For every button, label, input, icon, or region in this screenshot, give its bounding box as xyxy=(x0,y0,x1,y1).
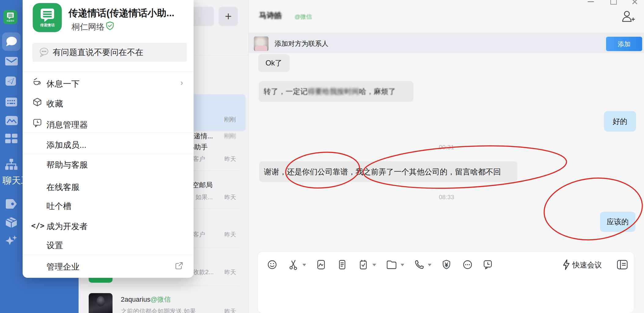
message-bubble-in: 谢谢，还是你们公司靠谱，我之前弄了一个其他公司的，留言啥都不回 xyxy=(259,161,517,182)
sidebar-item-keyboard[interactable] xyxy=(6,98,17,106)
chat-preview: 收款2... xyxy=(193,268,214,276)
chat-time: 昨天 xyxy=(224,231,236,239)
external-link-icon xyxy=(175,262,183,270)
keyboard-icon xyxy=(6,98,17,106)
sidebar-item-spark[interactable] xyxy=(6,235,17,246)
menu-label: 添加成员... xyxy=(46,140,87,151)
call-icon[interactable] xyxy=(414,259,424,270)
menu-label: 消息管理器 xyxy=(46,119,88,130)
menu-item-feedback[interactable]: 吐个槽 xyxy=(23,199,194,212)
verified-shield-icon xyxy=(106,21,114,30)
menu-item-settings[interactable]: 设置 xyxy=(23,238,194,251)
menu-label: 成为开发者 xyxy=(46,221,88,232)
chat-preview: 客户 xyxy=(193,230,205,239)
popup-app-avatar: 传递情话 xyxy=(33,3,62,32)
chat-time: 刚刚 xyxy=(224,116,236,124)
plus-icon: + xyxy=(225,10,231,23)
menu-item-developer[interactable]: </> 成为开发者 xyxy=(23,219,194,232)
message-text: 好的 xyxy=(613,117,627,126)
menu-item-favorites[interactable]: 收藏 xyxy=(23,96,194,110)
folder-icon[interactable] xyxy=(386,259,396,270)
sidebar-item-chats[interactable] xyxy=(2,32,20,51)
message-text: 转了，一定记 xyxy=(264,87,308,96)
org-chart-icon xyxy=(5,159,17,170)
menu-item-rest[interactable]: 休息一下 › xyxy=(23,76,194,90)
package-icon xyxy=(5,217,17,228)
file-icon[interactable] xyxy=(337,259,347,270)
chat-preview: 客户 xyxy=(193,155,205,163)
app-logo[interactable]: 传递情话 xyxy=(3,10,17,24)
add-contact-icon[interactable] xyxy=(620,10,635,23)
message-bubble-out: 应该的 xyxy=(600,212,635,232)
menu-item-help[interactable]: 帮助与客服 xyxy=(23,157,194,171)
message-bubble-in-censored: 转了，一定记得要给我按时间哈，麻烦了 xyxy=(259,81,413,102)
conversation-title: 马诗皓 xyxy=(259,10,282,20)
avatar xyxy=(89,293,113,313)
menu-item-add-member[interactable]: 添加成员... xyxy=(23,137,194,151)
call-dropdown-caret[interactable] xyxy=(428,264,431,266)
wechat-badge: @微信 xyxy=(294,13,312,21)
list-item[interactable]: 2aquarius@微信 之前的信都会如期发送,如果 昨天 xyxy=(79,286,248,313)
close-button[interactable]: ✕ xyxy=(631,0,638,7)
menu-item-msg-manager[interactable]: 消息管理器 xyxy=(23,117,194,131)
screenshot-dropdown-caret[interactable] xyxy=(302,264,306,266)
menu-item-online-service[interactable]: 在线客服 xyxy=(23,180,194,193)
todo-dropdown-caret[interactable] xyxy=(372,264,376,266)
chat-preview: 之前的信都会如期发送,如果 xyxy=(121,307,196,313)
banner-text: 添加对方为联系人 xyxy=(275,39,328,48)
apps-grid-icon xyxy=(5,134,17,143)
add-button-label: 添加 xyxy=(618,40,631,48)
paper-plane-icon xyxy=(6,76,16,86)
sidebar-item-tag[interactable] xyxy=(5,199,17,209)
chat-time: 昨天 xyxy=(224,268,236,276)
side-panel-icon[interactable] xyxy=(616,259,628,270)
sidebar-item-org[interactable] xyxy=(5,159,17,170)
chat-name: 2aquarius@微信 xyxy=(121,295,171,304)
payment-icon[interactable] xyxy=(441,259,452,270)
menu-label: 管理企业 xyxy=(46,261,80,272)
speech-balloon-emoji xyxy=(39,47,50,58)
chat-time: 昨天 xyxy=(224,155,236,163)
timestamp: 00:31 xyxy=(428,144,465,151)
popup-title: 传递情话(传递情话小助... xyxy=(68,7,174,20)
photos-icon xyxy=(6,116,18,125)
chat-history-icon[interactable] xyxy=(483,259,493,270)
message-bubble-out: 好的 xyxy=(604,111,636,132)
add-contact-banner: 添加对方为联系人 添加 xyxy=(249,33,644,53)
menu-label: 帮助与客服 xyxy=(46,159,88,170)
message-bubble-in: Ok了 xyxy=(258,54,290,72)
message-text-censored: 得要给我按时间 xyxy=(308,87,359,96)
chat-bubble-icon xyxy=(5,36,18,47)
app-logo-text: 传递情话 xyxy=(40,23,54,27)
chevron-right-icon: › xyxy=(180,78,183,88)
chat-time: 昨天 xyxy=(224,307,236,313)
quick-meeting-bolt-icon[interactable] xyxy=(563,259,570,270)
sidebar-item-photos[interactable] xyxy=(6,116,18,125)
message-manager-icon xyxy=(32,118,42,128)
maximize-button[interactable] xyxy=(610,0,617,5)
teacup-icon xyxy=(32,77,42,87)
sidebar-item-mail[interactable] xyxy=(5,57,18,65)
add-chat-button[interactable]: + xyxy=(219,7,238,26)
add-contact-button[interactable]: 添加 xyxy=(606,37,642,51)
emoji-icon[interactable] xyxy=(267,259,277,270)
status-message[interactable]: 有问题直说不要问在不在 xyxy=(32,43,187,62)
chat-preview: 如果... xyxy=(195,193,213,201)
sidebar-item-workbench[interactable] xyxy=(6,76,16,86)
minimize-button[interactable] xyxy=(588,1,594,2)
sidebar-item-package[interactable] xyxy=(5,217,17,228)
menu-item-manage-corp[interactable]: 管理企业 xyxy=(23,259,194,273)
tag-icon xyxy=(5,199,17,209)
app-logo-text: 传递情话 xyxy=(6,20,14,22)
status-text: 有问题直说不要问在不在 xyxy=(53,47,143,58)
menu-label: 在线客服 xyxy=(46,182,80,193)
quick-meeting-button[interactable]: 快速会议 xyxy=(572,260,602,270)
app-logo-icon xyxy=(6,12,15,20)
image-icon[interactable] xyxy=(316,259,326,270)
screenshot-scissors-icon[interactable] xyxy=(288,259,298,270)
sidebar-item-apps[interactable] xyxy=(5,134,17,143)
message-text: 哈，麻烦了 xyxy=(359,87,396,96)
todo-icon[interactable] xyxy=(358,259,368,270)
more-icon[interactable] xyxy=(462,259,473,270)
folder-dropdown-caret[interactable] xyxy=(401,264,404,266)
